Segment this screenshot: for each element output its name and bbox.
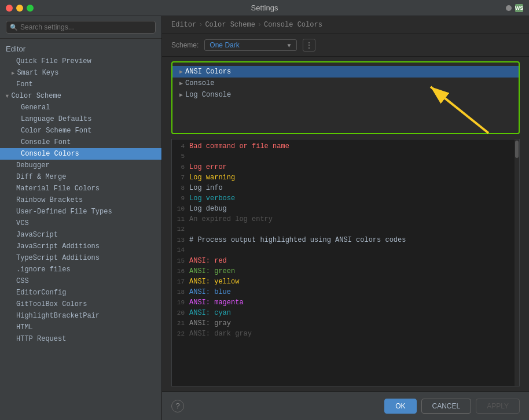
scrollbar-vertical[interactable] [515,139,519,386]
dropdown-arrow-icon: ▼ [286,42,292,49]
sidebar-item-user-defined-file-types[interactable]: User-Defined File Types [0,206,161,218]
sidebar-item-vcs[interactable]: VCS [0,218,161,229]
code-line: 15 ANSI: red [172,256,519,267]
chevron-down-icon: ▶ [4,94,10,97]
right-panel: Editor › Color Scheme › Console Colors S… [162,16,529,420]
help-button[interactable]: ? [171,400,184,412]
scheme-label: Scheme: [171,41,199,49]
window-title: Settings [251,3,278,12]
breadcrumb-sep-1: › [199,21,203,29]
code-line: 20 ANSI: cyan [172,308,519,319]
code-line: 12 [172,225,519,235]
code-line: 19 ANSI: magenta [172,298,519,308]
code-line: 6 Log error [172,163,519,173]
status-indicator [506,5,512,11]
cancel-button[interactable]: CANCEL [421,399,472,414]
traffic-lights [6,5,34,12]
svg-line-1 [431,87,488,133]
sidebar-item-quick-file-preview[interactable]: Quick File Preview [0,56,161,67]
sidebar-item-console-colors[interactable]: Console Colors [0,148,161,160]
tree-item-label: ANSI Colors [185,68,231,76]
sidebar-item-editor[interactable]: Editor [0,42,161,56]
maximize-button[interactable] [27,5,34,12]
code-line: 22 ANSI: dark gray [172,329,519,340]
tree-chevron-icon: ▶ [179,91,183,98]
sidebar-item-ignore-files[interactable]: .ignore files [0,264,161,275]
breadcrumb: Editor › Color Scheme › Console Colors [162,16,529,34]
scheme-bar: Scheme: One Dark ▼ ⋮ [162,34,529,57]
code-line: 13 # Process output highlighted using AN… [172,235,519,246]
code-line: 7 Log warning [172,173,519,183]
sidebar-item-color-scheme-font[interactable]: Color Scheme Font [0,125,161,137]
breadcrumb-part-color-scheme: Color Scheme [205,21,255,29]
sidebar-item-language-defaults[interactable]: Language Defaults [0,113,161,125]
scheme-menu-button[interactable]: ⋮ [303,39,315,51]
minimize-button[interactable] [16,5,23,12]
sidebar-item-editorconfig[interactable]: EditorConfig [0,287,161,299]
scheme-dropdown[interactable]: One Dark ▼ [204,39,297,51]
tree-item-label: Console [185,79,214,87]
breadcrumb-sep-2: › [258,21,262,29]
titlebar: Settings WS [0,0,529,16]
sidebar-item-material-file-colors[interactable]: Material File Colors [0,183,161,194]
code-line: 10 Log debug [172,204,519,215]
sidebar-item-typescript-additions[interactable]: TypeScript Additions [0,252,161,264]
sidebar-item-http-request[interactable]: HTTP Request [0,333,161,345]
code-line: 21 ANSI: gray [172,319,519,329]
code-line: 4 Bad command or file name [172,142,519,152]
sidebar-item-css[interactable]: CSS [0,275,161,287]
sidebar: 🔍 Editor Quick File Preview ▶ Smart Keys… [0,16,162,420]
sidebar-item-general[interactable]: General [0,102,161,113]
search-input[interactable] [20,23,152,31]
sidebar-item-font[interactable]: Font [0,79,161,90]
tree-item-label: Log Console [185,91,231,99]
sidebar-item-gittoolbox-colors[interactable]: GitToolBox Colors [0,299,161,310]
apply-button[interactable]: APPLY [476,399,520,414]
breadcrumb-part-editor: Editor [171,21,196,29]
breadcrumb-part-console-colors: Console Colors [264,21,322,29]
sidebar-search: 🔍 [0,16,161,39]
code-line: 9 Log verbose [172,194,519,204]
sidebar-item-javascript[interactable]: JavaScript [0,229,161,241]
search-input-wrap[interactable]: 🔍 [6,21,156,34]
sidebar-item-javascript-additions[interactable]: JavaScript Additions [0,241,161,252]
titlebar-right: WS [506,4,523,12]
sidebar-item-smart-keys[interactable]: ▶ Smart Keys [0,67,161,79]
tree-chevron-icon: ▶ [179,80,183,87]
code-line: 11 An expired log entry [172,215,519,225]
code-line: 17 ANSI: yellow [172,277,519,288]
sidebar-item-html[interactable]: HTML [0,322,161,333]
sidebar-item-debugger[interactable]: Debugger [0,160,161,171]
scrollbar-thumb[interactable] [515,141,519,158]
sidebar-item-diff-merge[interactable]: Diff & Merge [0,171,161,183]
sidebar-item-highlight-bracket-pair[interactable]: HighlightBracketPair [0,310,161,322]
sidebar-item-rainbow-brackets[interactable]: Rainbow Brackets [0,194,161,206]
chevron-icon: ▶ [12,70,14,76]
bottom-bar: ? OK CANCEL APPLY [162,391,529,420]
sidebar-item-color-scheme[interactable]: ▶ Color Scheme [0,90,161,102]
scheme-name: One Dark [210,41,239,49]
action-buttons: OK CANCEL APPLY [384,399,520,414]
sidebar-item-console-font[interactable]: Console Font [0,137,161,148]
ok-button[interactable]: OK [384,399,416,414]
search-icon: 🔍 [10,24,18,31]
code-line: 14 [172,246,519,256]
close-button[interactable] [6,5,13,12]
arrow-svg [384,69,512,145]
code-line: 5 [172,152,519,163]
tree-chevron-icon: ▶ [179,68,183,75]
main-layout: 🔍 Editor Quick File Preview ▶ Smart Keys… [0,16,529,420]
code-line: 18 ANSI: blue [172,288,519,298]
sidebar-content: Editor Quick File Preview ▶ Smart Keys F… [0,39,161,348]
preview-area[interactable]: 4 Bad command or file name 5 6 Log error… [171,139,520,386]
code-line: 16 ANSI: green [172,267,519,277]
code-line: 8 Log info [172,183,519,194]
ws-badge: WS [515,4,523,12]
